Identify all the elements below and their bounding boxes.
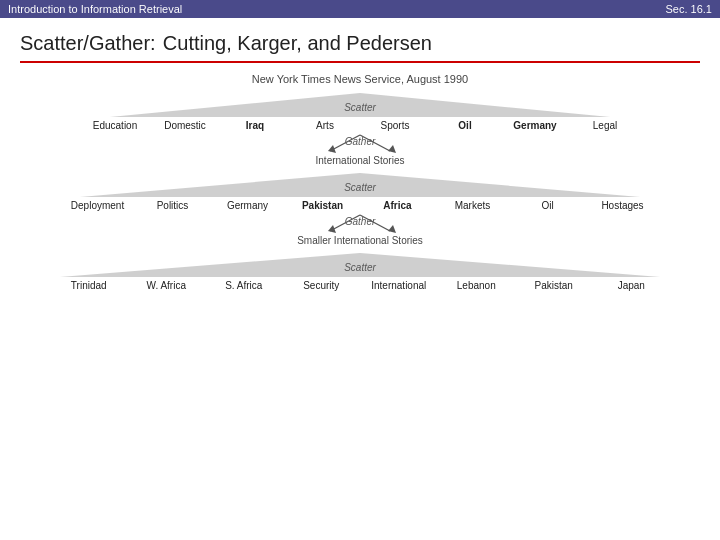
source-label: New York Times News Service, August 1990: [20, 73, 700, 85]
item-security: Security: [283, 280, 361, 291]
level2-section: Scatter Deployment Politics Germany Paki…: [20, 171, 700, 247]
gather1-label: International Stories: [316, 155, 405, 167]
item-domestic: Domestic: [150, 120, 220, 131]
svg-text:Scatter: Scatter: [344, 262, 376, 273]
item-markets: Markets: [435, 200, 510, 211]
item-africa: Africa: [360, 200, 435, 211]
scatter3-wrapper: Scatter: [20, 251, 700, 279]
title-main: Scatter/Gather:: [20, 32, 156, 54]
scatter3-triangle: Scatter: [60, 251, 660, 279]
main-content: New York Times News Service, August 1990…: [0, 69, 720, 300]
scatter1-triangle: Scatter: [110, 91, 610, 119]
title-divider: [20, 61, 700, 63]
title-sub: Cutting, Karger, and Pedersen: [163, 32, 432, 54]
svg-text:Scatter: Scatter: [344, 182, 376, 193]
item-oil1: Oil: [430, 120, 500, 131]
svg-marker-5: [388, 145, 396, 153]
svg-text:Gather: Gather: [345, 136, 376, 147]
svg-marker-12: [388, 225, 396, 233]
header-right: Sec. 16.1: [666, 3, 712, 15]
item-iraq: Iraq: [220, 120, 290, 131]
item-international: International: [360, 280, 438, 291]
header-left: Introduction to Information Retrieval: [8, 3, 182, 15]
item-germany2: Germany: [210, 200, 285, 211]
item-pakistan2: Pakistan: [515, 280, 593, 291]
item-germany1: Germany: [500, 120, 570, 131]
gather1-arrows: Gather: [300, 133, 420, 155]
level3-items: Trinidad W. Africa S. Africa Security In…: [50, 279, 670, 292]
item-sports: Sports: [360, 120, 430, 131]
item-deployment: Deployment: [60, 200, 135, 211]
svg-text:Gather: Gather: [345, 216, 376, 227]
item-oil2: Oil: [510, 200, 585, 211]
gather2-arrows: Gather: [300, 213, 420, 235]
gather2-row: Gather Smaller International Stories: [20, 213, 700, 247]
item-japan: Japan: [593, 280, 671, 291]
item-pakistan1: Pakistan: [285, 200, 360, 211]
item-hostages: Hostages: [585, 200, 660, 211]
item-arts: Arts: [290, 120, 360, 131]
scatter1-wrapper: Scatter: [20, 91, 700, 119]
scatter2-triangle: Scatter: [80, 171, 640, 199]
item-education: Education: [80, 120, 150, 131]
item-safrica: S. Africa: [205, 280, 283, 291]
level3-section: Scatter Trinidad W. Africa S. Africa Sec…: [20, 251, 700, 292]
gather2-label: Smaller International Stories: [297, 235, 423, 247]
svg-text:Scatter: Scatter: [344, 102, 376, 113]
level1-section: Scatter Education Domestic Iraq Arts Spo…: [20, 91, 700, 167]
item-trinidad: Trinidad: [50, 280, 128, 291]
item-politics: Politics: [135, 200, 210, 211]
header: Introduction to Information Retrieval Se…: [0, 0, 720, 18]
item-wafrica: W. Africa: [128, 280, 206, 291]
item-legal: Legal: [570, 120, 640, 131]
scatter2-wrapper: Scatter: [20, 171, 700, 199]
page-title: Scatter/Gather: Cutting, Karger, and Ped…: [0, 18, 720, 61]
item-lebanon: Lebanon: [438, 280, 516, 291]
level2-items: Deployment Politics Germany Pakistan Afr…: [60, 199, 660, 212]
level1-items: Education Domestic Iraq Arts Sports Oil …: [80, 119, 640, 132]
gather1-row: Gather International Stories: [20, 133, 700, 167]
